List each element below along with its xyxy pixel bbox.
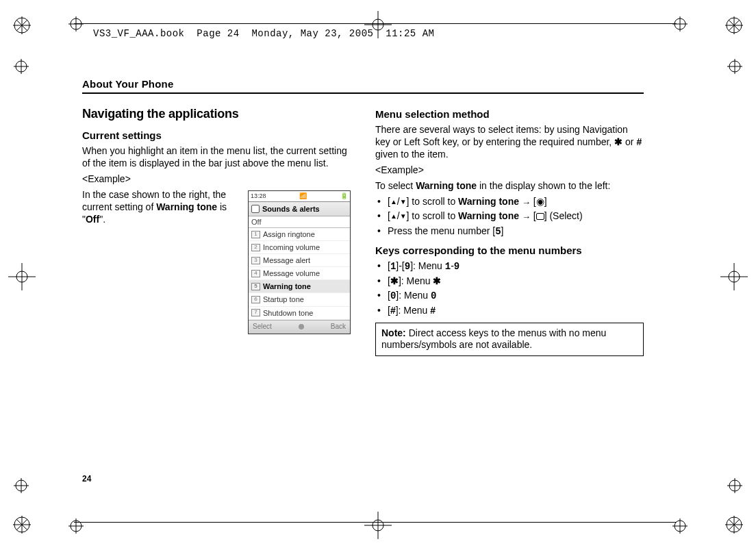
phone-menu-item: 1Assign ringtone	[249, 228, 350, 241]
page: VS3_VF_AAA.book Page 24 Monday, May 23, …	[0, 0, 756, 550]
note-text: Direct access keys to the menus with no …	[381, 327, 606, 351]
bullet-item: [0]: Menu 0	[375, 290, 644, 303]
reg-side-mark	[672, 518, 688, 534]
arrow-right-icon: →	[522, 212, 531, 223]
phone-menu-item: 7Shutdown tone	[249, 307, 350, 320]
bullet-item: [▲/▼] to scroll to Warning tone → [◉]	[375, 196, 644, 209]
key-number: 9	[454, 261, 459, 272]
right-p3: To select Warning tone in the display sh…	[375, 180, 644, 192]
note-label: Note:	[381, 327, 406, 338]
hash-icon: #	[430, 305, 436, 316]
bullet-item: [#]: Menu #	[375, 305, 644, 317]
text: ] to scroll to	[407, 196, 458, 207]
text: To select	[375, 180, 416, 191]
text: (Select)	[547, 210, 583, 221]
menu-number-icon: 3	[251, 257, 260, 264]
reg-side-mark	[727, 59, 742, 74]
reg-side-mark	[14, 59, 29, 74]
reg-mark-top-left	[12, 15, 32, 36]
text-bold: Warning tone	[458, 210, 519, 221]
center-key-icon: ◉	[536, 196, 544, 207]
body: About Your Phone Navigating the applicat…	[82, 78, 644, 356]
down-triangle-icon: ▼	[400, 198, 407, 207]
header-rule	[74, 23, 677, 24]
phone-screenshot: 13:28 📶 🔋 Sounds & alerts Off 1Assign ri…	[248, 190, 351, 335]
bullet-list: [▲/▼] to scroll to Warning tone → [◉] [▲…	[375, 196, 644, 238]
battery-icon: 🔋	[340, 192, 348, 201]
menu-item-label: Message volume	[263, 268, 320, 278]
footer-rule	[74, 522, 677, 523]
phone-status-bar: 13:28 📶 🔋	[249, 191, 350, 202]
menu-number-icon: 1	[251, 231, 260, 238]
reg-side-mark	[727, 478, 742, 493]
text: ] to scroll to	[407, 210, 458, 221]
key-number: 5	[495, 226, 501, 237]
right-p1: There are several ways to select items: …	[375, 124, 644, 161]
menu-item-label: Startup tone	[263, 295, 304, 304]
phone-menu-item-selected: 5Warning tone	[249, 280, 350, 293]
reg-mark-top-right	[724, 15, 744, 36]
phone-menu-list: 1Assign ringtone 2Incoming volume 3Messa…	[249, 228, 350, 320]
right-subheading-a: Menu selection method	[375, 108, 644, 121]
phone-softkey-left: Select	[253, 323, 272, 332]
note-box: Note: Direct access keys to the menus wi…	[375, 323, 644, 356]
left-p3: In the case shown to the right, the curr…	[82, 189, 238, 226]
text: ".	[99, 214, 105, 225]
key-number: 1	[445, 261, 451, 272]
reg-mark-bottom-right	[724, 514, 744, 535]
star-icon: ✱	[390, 275, 399, 286]
section-title: About Your Phone	[82, 78, 644, 94]
text: in the display shown to the left:	[477, 180, 610, 191]
text-bold: Off	[86, 214, 99, 225]
reg-mark-bottom-left	[12, 514, 32, 535]
menu-item-label: Message alert	[263, 255, 310, 265]
key-number: 0	[431, 290, 436, 301]
menu-number-icon: 5	[251, 283, 260, 290]
text: ]: Menu	[396, 290, 431, 301]
menu-number-icon: 7	[251, 309, 260, 316]
phone-current-setting: Off	[249, 216, 350, 228]
page-number: 24	[82, 474, 91, 484]
phone-center-dot-icon	[299, 324, 304, 329]
phone-menu-item: 3Message alert	[249, 254, 350, 267]
menu-item-label: Assign ringtone	[263, 229, 315, 239]
text: or	[622, 136, 636, 147]
phone-softkey-bar: Select Back	[249, 320, 350, 334]
reg-center-mark	[364, 512, 392, 539]
hash-icon: #	[390, 305, 396, 316]
left-column: Navigating the applications Current sett…	[82, 106, 351, 356]
text-bold: Warning tone	[416, 180, 477, 191]
phone-softkey-right: Back	[331, 323, 346, 332]
menu-item-label: Shutdown tone	[263, 308, 313, 318]
phone-title: Sounds & alerts	[262, 204, 320, 214]
left-heading: Navigating the applications	[82, 106, 351, 122]
up-triangle-icon: ▲	[390, 212, 397, 221]
reg-side-mark	[672, 16, 688, 32]
phone-menu-item: 6Startup tone	[249, 293, 350, 306]
text-bold: Warning tone	[458, 196, 519, 207]
star-icon: ✱	[433, 275, 441, 286]
left-p2: <Example>	[82, 173, 351, 186]
left-subheading: Current settings	[82, 129, 351, 142]
text: ]: Menu	[396, 305, 431, 316]
reg-side-mark	[68, 518, 84, 534]
text: ]: Menu	[399, 275, 433, 286]
right-column: Menu selection method There are several …	[375, 106, 644, 356]
star-icon: ✱	[614, 136, 622, 147]
arrow-right-icon: →	[522, 197, 531, 209]
text: There are several ways to select items: …	[375, 124, 628, 147]
bullet-item: Press the menu number [5]	[375, 225, 644, 238]
signal-icon: 📶	[299, 192, 307, 201]
up-triangle-icon: ▲	[390, 198, 397, 207]
down-triangle-icon: ▼	[400, 212, 407, 221]
text: ]: Menu	[410, 260, 445, 271]
right-p2: <Example>	[375, 164, 644, 177]
menu-item-label: Warning tone	[263, 282, 311, 291]
right-subheading-b: Keys corresponding to the menu numbers	[375, 244, 644, 257]
phone-menu-item: 2Incoming volume	[249, 241, 350, 254]
bullet-item: [1]-[9]: Menu 1-9	[375, 260, 644, 273]
bullet-item: [✱]: Menu ✱	[375, 275, 644, 288]
softkey-icon	[536, 213, 544, 220]
sounds-icon	[251, 205, 260, 213]
menu-item-label: Incoming volume	[263, 242, 320, 252]
